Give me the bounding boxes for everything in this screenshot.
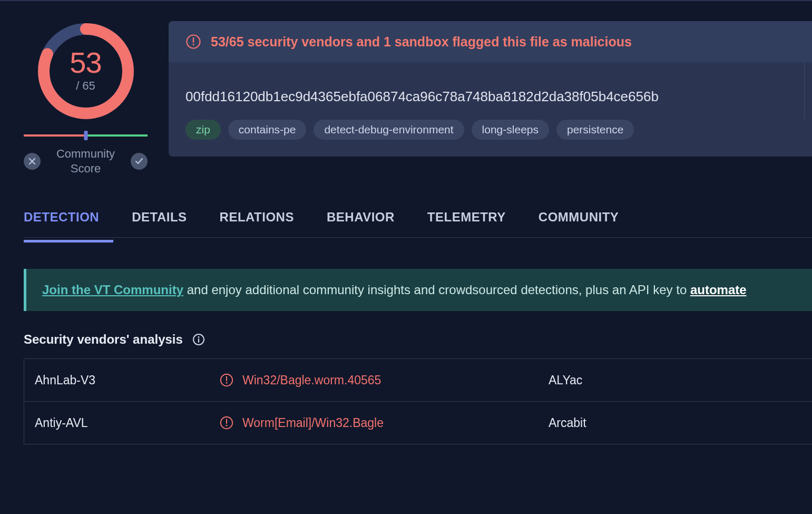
slider-thumb[interactable]: [84, 131, 87, 140]
score-value: 53: [70, 50, 101, 76]
tag-row: zip contains-pe detect-debug-environment…: [169, 120, 812, 157]
vote-positive-button[interactable]: [131, 153, 148, 170]
tag-long-sleeps[interactable]: long-sleeps: [472, 120, 549, 140]
top-divider: [0, 0, 812, 1]
vendor-result: Worm[Email]/Win32.Bagle: [209, 402, 538, 444]
automate-link[interactable]: automate: [690, 283, 747, 297]
svg-point-6: [198, 336, 199, 338]
info-icon[interactable]: [192, 333, 205, 346]
detection-label: Win32/Bagle.worm.40565: [242, 373, 381, 387]
score-widget: 53 / 65 Community Score: [24, 21, 148, 176]
community-score-label: Community Score: [41, 147, 131, 176]
vendors-section: Security vendors' analysis AhnLab-V3 Win…: [24, 332, 812, 444]
tag-filetype[interactable]: zip: [185, 120, 221, 140]
tab-detection[interactable]: DETECTION: [24, 210, 99, 225]
tag-detect-debug[interactable]: detect-debug-environment: [314, 120, 464, 140]
vendor-name: Arcabit: [538, 402, 812, 444]
vendor-row: AhnLab-V3 Win32/Bagle.worm.40565 ALYac: [24, 359, 812, 402]
tab-bar: DETECTION DETAILS RELATIONS BEHAVIOR TEL…: [24, 210, 812, 238]
tag-persistence[interactable]: persistence: [556, 120, 634, 140]
vendor-name: AhnLab-V3: [24, 359, 209, 401]
banner-text: and enjoy additional community insights …: [183, 283, 690, 297]
summary-card: 53/65 security vendors and 1 sandbox fla…: [169, 21, 812, 157]
vendor-result: Win32/Bagle.worm.40565: [209, 359, 538, 401]
tab-community[interactable]: COMMUNITY: [539, 210, 619, 225]
tab-behavior[interactable]: BEHAVIOR: [327, 210, 395, 225]
alert-text: 53/65 security vendors and 1 sandbox fla…: [211, 34, 632, 50]
score-max: / 65: [76, 79, 95, 93]
detection-label: Worm[Email]/Win32.Bagle: [242, 416, 384, 430]
tag-contains-pe[interactable]: contains-pe: [228, 120, 307, 140]
alert-icon: [219, 415, 234, 430]
check-icon: [135, 158, 143, 165]
community-banner: Join the VT Community and enjoy addition…: [24, 269, 812, 311]
vendor-table: AhnLab-V3 Win32/Bagle.worm.40565 ALYac A…: [24, 358, 812, 444]
vendor-name: ALYac: [538, 359, 812, 401]
file-hash: 00fdd16120db1ec9d4365ebfa06874ca96c78a74…: [169, 62, 805, 120]
join-community-link[interactable]: Join the VT Community: [42, 283, 183, 297]
svg-point-13: [226, 425, 228, 426]
tab-relations[interactable]: RELATIONS: [220, 210, 294, 225]
svg-point-10: [226, 382, 228, 384]
tab-underline: [24, 240, 113, 243]
vendor-name: Antiy-AVL: [24, 402, 209, 444]
tab-telemetry[interactable]: TELEMETRY: [427, 210, 506, 225]
alert-icon: [185, 34, 201, 50]
tab-details[interactable]: DETAILS: [132, 210, 187, 225]
vendor-row: Antiy-AVL Worm[Email]/Win32.Bagle Arcabi…: [24, 402, 812, 444]
community-slider[interactable]: [24, 132, 148, 139]
section-title: Security vendors' analysis: [24, 332, 183, 347]
malicious-alert: 53/65 security vendors and 1 sandbox fla…: [169, 21, 812, 62]
alert-icon: [219, 373, 234, 387]
x-icon: [28, 158, 36, 165]
detection-donut: 53 / 65: [36, 21, 136, 121]
svg-point-4: [192, 44, 194, 45]
vote-negative-button[interactable]: [24, 153, 41, 170]
